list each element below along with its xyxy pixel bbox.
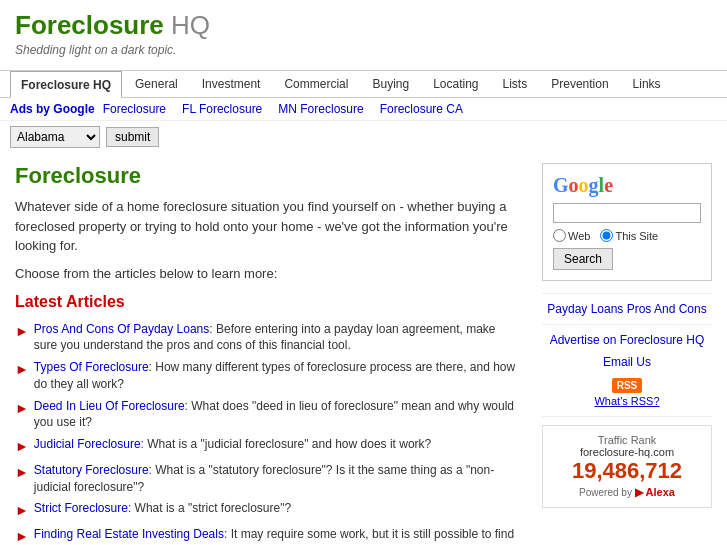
location-bar: AlabamaAlaskaArizonaArkansasCaliforniaCo… (0, 121, 727, 153)
latest-articles-heading: Latest Articles (15, 293, 517, 311)
site-title: Foreclosure (15, 10, 164, 40)
main-layout: Foreclosure Whatever side of a home fore… (0, 153, 727, 545)
list-item: ►Judicial Foreclosure: What is a "judici… (15, 436, 517, 457)
traffic-rank-label: Traffic Rank (551, 434, 703, 446)
divider-3 (542, 416, 712, 417)
site-hq: HQ (164, 10, 210, 40)
traffic-domain: foreclosure-hq.com (551, 446, 703, 458)
article-description: : What is a "judicial foreclosure" and h… (141, 437, 432, 451)
navigation: Foreclosure HQGeneralInvestmentCommercia… (0, 70, 727, 98)
nav-item-investment[interactable]: Investment (191, 71, 272, 97)
arrow-icon: ► (15, 463, 29, 483)
list-item: ►Statutory Foreclosure: What is a "statu… (15, 462, 517, 496)
nav-item-locating[interactable]: Locating (422, 71, 489, 97)
list-item: ►Pros And Cons Of Payday Loans: Before e… (15, 321, 517, 355)
ads-link-3[interactable]: Foreclosure CA (380, 102, 463, 116)
nav-item-general[interactable]: General (124, 71, 189, 97)
google-search-input[interactable] (553, 203, 701, 223)
arrow-icon: ► (15, 527, 29, 545)
article-list: ►Pros And Cons Of Payday Loans: Before e… (15, 321, 517, 546)
header: Foreclosure HQ Shedding light on a dark … (0, 0, 727, 62)
main-content: Foreclosure Whatever side of a home fore… (10, 153, 522, 545)
list-item: ►Finding Real Estate Investing Deals: It… (15, 526, 517, 545)
divider-1 (542, 293, 712, 294)
article-link[interactable]: Types Of Foreclosure (34, 360, 149, 374)
page-title: Foreclosure (15, 163, 517, 189)
list-item: ►Deed In Lieu Of Foreclosure: What does … (15, 398, 517, 432)
powered-text: Powered by (579, 487, 632, 498)
rss-box: RSS What's RSS? (542, 377, 712, 408)
google-radio-site[interactable]: This Site (600, 229, 658, 242)
rss-link[interactable]: What's RSS? (594, 395, 659, 407)
rss-badge: RSS (612, 378, 643, 393)
tagline: Shedding light on a dark topic. (15, 43, 712, 57)
submit-button[interactable]: submit (106, 127, 159, 147)
sidebar: Google Web This Site Search Payday Loans… (537, 153, 717, 545)
nav-item-lists[interactable]: Lists (492, 71, 539, 97)
ads-link-2[interactable]: MN Foreclosure (278, 102, 363, 116)
google-search-box: Google Web This Site Search (542, 163, 712, 281)
advertise-link[interactable]: Advertise on Foreclosure HQ (542, 333, 712, 347)
alexa-text: ▶ Alexa (635, 486, 675, 499)
nav-item-foreclosure-hq[interactable]: Foreclosure HQ (10, 71, 122, 98)
article-link[interactable]: Pros And Cons Of Payday Loans (34, 322, 209, 336)
arrow-icon: ► (15, 322, 29, 342)
google-logo: Google (553, 174, 701, 197)
divider-2 (542, 324, 712, 325)
payday-loans-link[interactable]: Payday Loans Pros And Cons (542, 302, 712, 316)
arrow-icon: ► (15, 437, 29, 457)
nav-item-prevention[interactable]: Prevention (540, 71, 619, 97)
article-link[interactable]: Strict Foreclosure (34, 501, 128, 515)
intro-text: Whatever side of a home foreclosure situ… (15, 197, 517, 256)
nav-item-links[interactable]: Links (622, 71, 672, 97)
traffic-rank-box: Traffic Rank foreclosure-hq.com 19,486,7… (542, 425, 712, 508)
google-radio-group: Web This Site (553, 229, 701, 242)
ads-bar: Ads by Google Foreclosure FL Foreclosure… (0, 98, 727, 121)
traffic-powered: Powered by ▶ Alexa (551, 486, 703, 499)
google-search-button[interactable]: Search (553, 248, 613, 270)
article-link[interactable]: Judicial Foreclosure (34, 437, 141, 451)
list-item: ►Strict Foreclosure: What is a "strict f… (15, 500, 517, 521)
article-link[interactable]: Statutory Foreclosure (34, 463, 149, 477)
arrow-icon: ► (15, 360, 29, 380)
email-link[interactable]: Email Us (542, 355, 712, 369)
ads-link-0[interactable]: Foreclosure (103, 102, 166, 116)
nav-item-buying[interactable]: Buying (361, 71, 420, 97)
ads-link-1[interactable]: FL Foreclosure (182, 102, 262, 116)
article-link[interactable]: Deed In Lieu Of Foreclosure (34, 399, 185, 413)
article-link[interactable]: Finding Real Estate Investing Deals (34, 527, 224, 541)
arrow-icon: ► (15, 501, 29, 521)
list-item: ►Types Of Foreclosure: How many differen… (15, 359, 517, 393)
nav-item-commercial[interactable]: Commercial (273, 71, 359, 97)
arrow-icon: ► (15, 399, 29, 419)
state-select[interactable]: AlabamaAlaskaArizonaArkansasCaliforniaCo… (10, 126, 100, 148)
google-radio-web[interactable]: Web (553, 229, 590, 242)
choose-text: Choose from the articles below to learn … (15, 266, 517, 281)
traffic-number: 19,486,712 (551, 458, 703, 484)
article-description: : What is a "strict foreclosure"? (128, 501, 291, 515)
ads-label: Ads by Google (10, 102, 95, 116)
